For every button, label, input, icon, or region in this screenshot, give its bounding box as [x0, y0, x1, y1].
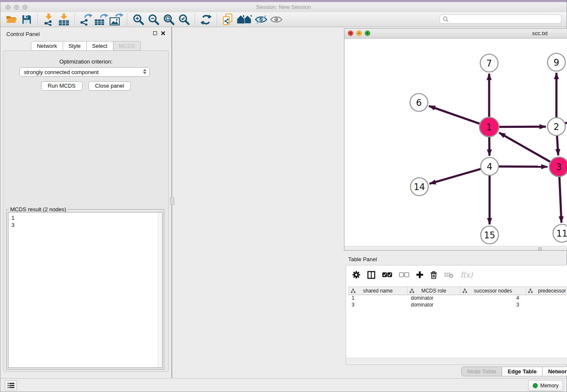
run-mcds-button[interactable]: Run MCDS [41, 81, 83, 91]
tab-node-table[interactable]: Node Table [461, 367, 502, 376]
cell-mcds-role: dominator [407, 295, 460, 301]
column-header-mcds-role[interactable]: MCDS role [407, 287, 460, 295]
show-column-panel-button[interactable] [367, 268, 375, 281]
graph-node-11[interactable]: 11 [553, 224, 567, 242]
graph-node-6[interactable]: 6 [410, 94, 428, 111]
application-window: Session: New Session [0, 0, 567, 392]
edge-1-2[interactable] [499, 127, 546, 127]
tab-network-table[interactable]: Network Table [542, 367, 567, 376]
float-panel-icon[interactable] [153, 31, 157, 35]
close-panel-button[interactable]: Close panel [88, 81, 131, 91]
zoom-in-icon [132, 14, 144, 25]
column-header-successor-nodes[interactable]: successor nodes [460, 287, 526, 295]
graph-node-14[interactable]: 14 [410, 178, 428, 196]
list-icon [8, 383, 14, 388]
network-canvas[interactable]: 7968124314101511 [344, 39, 567, 246]
edge-2-8[interactable] [565, 102, 567, 123]
zoom-selected-button[interactable] [176, 13, 192, 26]
function-builder-button-disabled[interactable]: f(x) [460, 268, 473, 281]
node-label: 2 [553, 122, 559, 132]
memory-label: Memory [540, 383, 559, 389]
edge-4-3[interactable] [499, 166, 548, 167]
graph-node-7[interactable]: 7 [480, 54, 498, 72]
import-table-button[interactable] [56, 13, 72, 26]
create-column-button[interactable] [416, 268, 424, 281]
edge-2-3[interactable] [557, 136, 558, 155]
graph-node-15[interactable]: 15 [481, 226, 498, 244]
edge-1-6[interactable] [429, 106, 480, 124]
edge-3-1[interactable] [499, 133, 550, 162]
open-session-button[interactable] [4, 13, 19, 26]
export-table-icon [94, 13, 108, 26]
node-label: 3 [556, 162, 561, 172]
tab-mcds[interactable]: MCDS [113, 41, 141, 51]
clone-network-button[interactable] [220, 13, 236, 26]
hide-selected-button[interactable] [253, 13, 269, 26]
node-label: 6 [416, 98, 421, 108]
app-titlebar: Session: New Session [0, 2, 567, 12]
delete-table-button-disabled[interactable] [444, 268, 454, 281]
import-network-icon [42, 13, 55, 26]
tab-style[interactable]: Style [63, 41, 87, 51]
column-label: successor nodes [474, 288, 512, 294]
dropdown-arrows-icon [143, 69, 146, 74]
graph-node-9[interactable]: 9 [548, 53, 565, 71]
tab-network[interactable]: Network [31, 41, 63, 51]
tab-edge-table[interactable]: Edge Table [502, 367, 542, 376]
zoom-out-button[interactable] [146, 13, 161, 26]
select-all-rows-button[interactable] [382, 268, 392, 281]
table-panel-title: Table Panel [348, 256, 377, 262]
search-box[interactable] [440, 14, 561, 24]
mcds-result-title: MCDS result (2 nodes) [9, 206, 67, 213]
table-row[interactable]: 1dominator411 [348, 295, 567, 301]
export-network-button[interactable] [78, 13, 94, 26]
gear-icon [352, 271, 361, 279]
close-panel-icon[interactable] [161, 31, 165, 36]
edge-4-14[interactable] [429, 169, 481, 184]
table-settings-button[interactable] [352, 268, 361, 281]
zoom-fit-button[interactable] [161, 13, 176, 26]
save-session-button[interactable] [19, 13, 34, 26]
memory-button[interactable]: Memory [528, 380, 563, 391]
plus-icon [416, 271, 424, 279]
node-table-container: f(x) shared nameMCDS rolesuccessor nodes… [346, 265, 567, 365]
graph-node-4[interactable]: 4 [481, 157, 498, 175]
network-window-title: scc.txt [344, 30, 567, 36]
result-scrollbar[interactable] [158, 213, 162, 367]
delete-column-button[interactable] [430, 268, 437, 281]
search-input[interactable] [449, 16, 561, 22]
table-row[interactable]: 3dominator323 [348, 301, 567, 308]
graph-node-2[interactable]: 2 [548, 118, 565, 135]
resize-grip[interactable] [538, 247, 542, 250]
table-horizontal-scrollbar[interactable] [346, 358, 567, 364]
task-history-button[interactable] [5, 380, 17, 390]
graph-node-1[interactable]: 1 [479, 117, 499, 137]
export-table-button[interactable] [94, 13, 109, 26]
zoom-in-button[interactable] [131, 13, 146, 26]
control-panel: Control Panel NetworkStyleSelectMCDS Opt… [0, 27, 171, 378]
search-icon [443, 16, 449, 22]
zoom-out-icon [148, 14, 160, 25]
home-layout-button[interactable] [236, 13, 253, 26]
mcds-result-group: MCDS result (2 nodes) 1 3 [6, 209, 164, 370]
tab-select[interactable]: Select [87, 41, 113, 51]
criterion-dropdown[interactable]: strongly connected component [19, 67, 150, 77]
show-all-button[interactable] [269, 13, 284, 26]
import-network-button[interactable] [41, 13, 56, 26]
column-label: shared name [363, 288, 393, 294]
session-title: Session: New Session [0, 4, 567, 10]
mcds-result-area[interactable]: 1 3 [8, 212, 162, 368]
graph-node-3[interactable]: 3 [549, 157, 567, 177]
toolbar-separator [74, 14, 75, 25]
column-header-predecessor-nodes[interactable]: predecessor nodes [526, 287, 567, 295]
edge-3-11[interactable] [559, 177, 561, 223]
column-type-icon [410, 289, 414, 293]
column-header-shared-name[interactable]: shared name [348, 287, 407, 295]
network-window-titlebar[interactable]: scc.txt [344, 29, 567, 39]
deselect-all-rows-button[interactable] [399, 268, 409, 281]
cell-predecessor-nodes: 1 [526, 295, 567, 301]
refresh-button[interactable] [198, 13, 214, 26]
export-image-button[interactable] [109, 13, 124, 26]
cell-successor-nodes: 3 [460, 301, 526, 308]
node-label: 14 [414, 182, 425, 192]
